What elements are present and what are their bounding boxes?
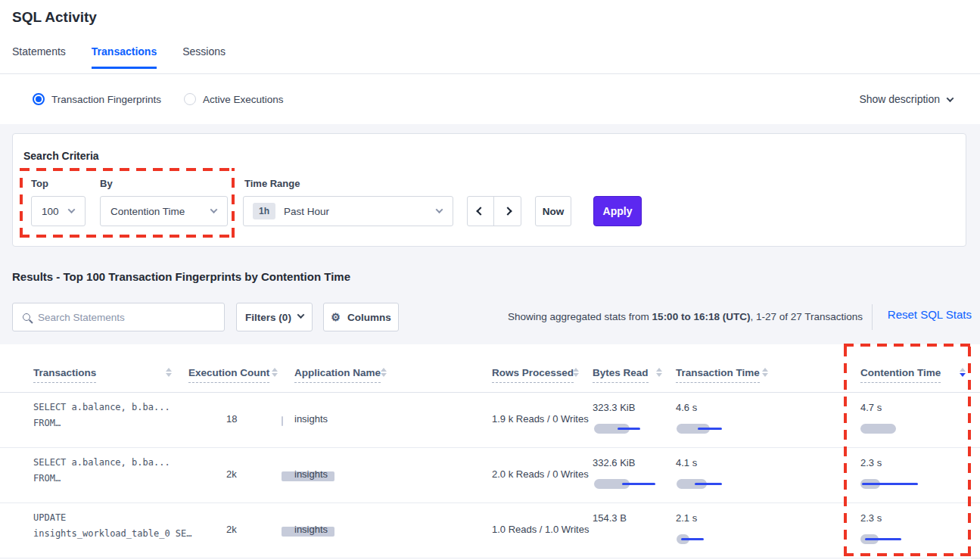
radio-label: Transaction Fingerprints: [51, 94, 161, 105]
radio-unselected-icon[interactable]: [184, 93, 196, 105]
reset-sql-stats-link[interactable]: Reset SQL Stats: [888, 308, 972, 321]
show-description-label: Show description: [859, 93, 940, 105]
transaction-time-stddev-line: [698, 428, 722, 430]
by-select-value: Contention Time: [101, 206, 185, 217]
top-select-value: 100: [32, 206, 59, 217]
view-toggle-bar: Transaction Fingerprints Active Executio…: [0, 74, 980, 124]
prev-time-button[interactable]: [468, 197, 494, 226]
execution-count-bar: [282, 416, 283, 426]
table-header-row: Transactions Execution Count Application…: [0, 344, 980, 393]
chevron-down-icon: [297, 311, 304, 319]
column-header-transactions[interactable]: Transactions: [33, 367, 96, 383]
chevron-down-icon: [210, 206, 218, 213]
transaction-time-value: 4.6 s: [676, 402, 697, 413]
transactions-table: Transactions Execution Count Application…: [0, 344, 980, 560]
contention-time-bar: [860, 424, 896, 434]
sql-activity-page: SQL Activity Statements Transactions Ses…: [0, 0, 980, 560]
bytes-read-stddev-line: [622, 483, 655, 485]
stats-time-range: 15:00 to 16:18 (UTC): [652, 311, 751, 322]
search-icon: [23, 313, 30, 321]
contention-time-stddev-line: [862, 483, 918, 485]
top-select[interactable]: 100: [31, 196, 86, 226]
radio-active-executions[interactable]: Active Executions: [184, 93, 284, 105]
bytes-read-stddev-line: [618, 428, 640, 430]
transaction-time-stddev-line: [681, 538, 704, 540]
bytes-read-value: 323.3 KiB: [593, 402, 635, 413]
execution-count-value: 2k: [226, 524, 237, 535]
time-range-arrows: [467, 196, 521, 226]
columns-button-label: Columns: [347, 312, 391, 323]
sort-icon-active-desc[interactable]: [960, 368, 966, 377]
rows-processed-value: 1.9 k Reads / 0 Writes: [492, 413, 589, 425]
column-header-bytes-read[interactable]: Bytes Read: [593, 367, 649, 383]
execution-count-value: 18: [226, 413, 237, 425]
now-button-label: Now: [543, 206, 565, 217]
contention-time-stddev-line: [865, 538, 901, 540]
sort-icon[interactable]: [381, 368, 387, 377]
column-header-transaction-time[interactable]: Transaction Time: [676, 367, 760, 383]
search-criteria-card: Search Criteria Top 100 By Contention Ti…: [12, 133, 966, 247]
chevron-down-icon: [947, 95, 954, 102]
application-name-value: insights: [294, 413, 328, 425]
filters-button-label: Filters (0): [245, 312, 291, 323]
contention-time-value: 4.7 s: [860, 402, 882, 413]
results-heading: Results - Top 100 Transaction Fingerprin…: [12, 270, 350, 283]
rows-processed-value: 2.0 k Reads / 0 Writes: [492, 468, 589, 480]
apply-button[interactable]: Apply: [593, 196, 642, 226]
sort-icon[interactable]: [762, 368, 768, 377]
table-row: UPDATEinsights_workload_table_0 SE… 2k i…: [0, 503, 980, 558]
columns-button[interactable]: ⚙ Columns: [323, 303, 399, 331]
tab-transactions[interactable]: Transactions: [92, 45, 157, 69]
transaction-query-link[interactable]: UPDATEinsights_workload_table_0 SE…: [33, 510, 192, 542]
chevron-down-icon: [68, 206, 76, 213]
chevron-left-icon: [476, 207, 484, 215]
by-label: By: [100, 178, 113, 189]
column-header-execution-count[interactable]: Execution Count: [188, 367, 269, 383]
column-header-rows-processed[interactable]: Rows Processed: [492, 367, 574, 383]
transaction-query-link[interactable]: SELECT a.balance, b.ba...FROM…: [33, 400, 170, 431]
top-label: Top: [31, 178, 48, 189]
radio-selected-icon[interactable]: [33, 93, 45, 105]
execution-count-value: 2k: [226, 468, 237, 480]
search-criteria-title: Search Criteria: [23, 150, 99, 162]
bytes-read-value: 332.6 KiB: [593, 457, 635, 468]
toolbar-divider: [872, 304, 873, 330]
radio-label: Active Executions: [203, 94, 284, 105]
transaction-query-link[interactable]: SELECT a.balance, b.ba...FROM…: [33, 455, 170, 487]
table-row: SELECT a.balance, b.ba...FROM… 18 insigh…: [0, 393, 980, 448]
aggregated-stats-text: Showing aggregated stats from 15:00 to 1…: [508, 311, 863, 322]
filters-button[interactable]: Filters (0): [236, 303, 313, 331]
application-name-value: insights: [294, 524, 328, 535]
show-description-toggle[interactable]: Show description: [859, 93, 953, 105]
sort-icon[interactable]: [166, 368, 172, 377]
tab-bar: Statements Transactions Sessions: [12, 45, 226, 69]
now-button[interactable]: Now: [535, 196, 571, 226]
sort-icon[interactable]: [656, 368, 662, 377]
transaction-time-stddev-line: [695, 483, 722, 485]
search-statements-box: [12, 303, 225, 331]
chevron-down-icon: [436, 206, 443, 213]
tab-statements[interactable]: Statements: [12, 45, 66, 69]
rows-processed-value: 1.0 Reads / 1.0 Writes: [492, 524, 589, 535]
bytes-read-value: 154.3 B: [593, 512, 627, 524]
transaction-time-value: 4.1 s: [676, 457, 697, 468]
apply-button-label: Apply: [603, 205, 633, 217]
tab-sessions[interactable]: Sessions: [182, 45, 226, 69]
contention-time-value: 2.3 s: [860, 512, 882, 524]
application-name-value: insights: [294, 468, 328, 480]
column-header-contention-time[interactable]: Contention Time: [860, 367, 941, 383]
radio-transaction-fingerprints[interactable]: Transaction Fingerprints: [33, 93, 161, 105]
time-range-value: Past Hour: [284, 206, 329, 217]
time-range-select[interactable]: 1h Past Hour: [243, 196, 453, 226]
sort-icon[interactable]: [272, 368, 278, 377]
contention-time-value: 2.3 s: [860, 457, 882, 468]
search-input[interactable]: [38, 312, 212, 323]
time-range-badge: 1h: [253, 203, 275, 219]
transaction-time-value: 2.1 s: [676, 512, 697, 524]
by-select[interactable]: Contention Time: [100, 196, 228, 226]
column-header-application-name[interactable]: Application Name: [294, 367, 381, 383]
gear-icon: ⚙: [331, 312, 341, 322]
sort-icon[interactable]: [573, 368, 579, 377]
next-time-button[interactable]: [494, 197, 521, 226]
page-title: SQL Activity: [12, 9, 97, 26]
